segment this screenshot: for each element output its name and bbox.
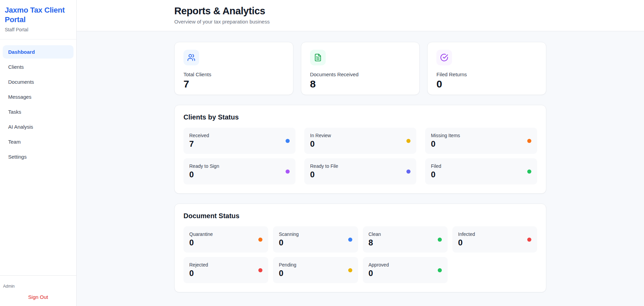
sidebar-item-team[interactable]: Team [3,135,74,148]
status-tile-info: Rejected 0 [189,262,208,278]
sidebar-nav: DashboardClientsDocumentsMessagesTasksAI… [0,39,76,275]
page-title: Reports & Analytics [174,5,546,17]
status-value: 0 [431,139,460,149]
status-tile: Ready to File 0 [304,158,416,184]
status-dot [406,170,410,174]
page-subtitle: Overview of your tax preparation busines… [174,19,546,25]
status-value: 0 [369,269,389,278]
status-dot [286,170,290,174]
status-tile: In Review 0 [304,128,416,154]
sidebar: Jaxmo Tax Client Portal Staff Portal Das… [0,0,77,306]
status-dot [348,238,352,242]
brand-subtitle: Staff Portal [5,27,71,32]
status-tile-info: Approved 0 [369,262,389,278]
sidebar-item-messages[interactable]: Messages [3,90,74,103]
status-label: Filed [431,163,441,169]
stat-card-documents-received: Documents Received 8 [301,42,420,95]
status-label: Scanning [279,231,299,237]
status-dot [438,268,442,272]
status-tile: Approved 0 [363,257,448,283]
status-tile-info: Ready to File 0 [310,163,338,179]
status-value: 0 [310,139,331,149]
stat-card-total-clients: Total Clients 7 [174,42,293,95]
section-title: Document Status [183,212,537,220]
main-area: Reports & Analytics Overview of your tax… [77,0,644,306]
status-dot [438,238,442,242]
stat-card-filed-returns: Filed Returns 0 [427,42,546,95]
status-label: Quarantine [189,231,213,237]
sidebar-footer: Admin Sign Out [0,275,76,306]
status-value: 0 [189,269,208,278]
status-dot [527,170,531,174]
status-tile: Ready to Sign 0 [183,158,295,184]
status-tile: Received 7 [183,128,295,154]
status-label: Missing Items [431,133,460,138]
sidebar-item-clients[interactable]: Clients [3,60,74,74]
status-label: Clean [369,231,381,237]
status-tile: Quarantine 0 [183,226,268,253]
status-dot [286,139,290,143]
status-tile-info: Filed 0 [431,163,441,179]
stat-value: 0 [436,78,537,90]
users-icon [183,50,199,65]
sidebar-item-dashboard[interactable]: Dashboard [3,45,74,59]
status-tile-info: Missing Items 0 [431,133,460,149]
clients-by-status-card: Clients by Status Received 7 In Review 0… [174,105,546,194]
sidebar-item-tasks[interactable]: Tasks [3,105,74,118]
document-status-grid: Quarantine 0 Scanning 0 Clean 8 Infected… [183,226,537,283]
status-value: 0 [279,238,299,247]
status-tile-info: Quarantine 0 [189,231,213,247]
status-dot [406,139,410,143]
status-label: Approved [369,262,389,268]
status-tile: Scanning 0 [273,226,358,253]
status-tile-info: Received 7 [189,133,209,149]
status-tile-info: Pending 0 [279,262,296,278]
status-dot [527,139,531,143]
status-value: 0 [279,269,296,278]
status-value: 0 [189,238,213,247]
status-tile: Rejected 0 [183,257,268,283]
stat-label: Filed Returns [436,71,537,77]
status-tile: Infected 0 [452,226,537,253]
clients-status-grid: Received 7 In Review 0 Missing Items 0 R… [183,128,537,184]
status-value: 7 [189,139,209,149]
sidebar-item-settings[interactable]: Settings [3,150,74,163]
status-tile-info: Scanning 0 [279,231,299,247]
check-circle-icon [436,50,452,65]
stat-value: 8 [310,78,411,90]
sidebar-item-ai-analysis[interactable]: AI Analysis [3,120,74,133]
status-dot [348,268,352,272]
sidebar-item-documents[interactable]: Documents [3,75,74,88]
status-tile-info: Ready to Sign 0 [189,163,219,179]
file-text-icon [310,50,326,65]
status-label: In Review [310,133,331,138]
status-label: Infected [458,231,475,237]
status-tile: Missing Items 0 [425,128,537,154]
status-label: Rejected [189,262,208,268]
status-dot [527,238,531,242]
status-dot [258,268,262,272]
status-value: 0 [189,170,219,179]
footer-user-label: Admin [3,284,74,289]
status-value: 0 [310,170,338,179]
sidebar-header: Jaxmo Tax Client Portal Staff Portal [0,0,76,39]
document-status-card: Document Status Quarantine 0 Scanning 0 … [174,204,546,292]
status-value: 8 [369,238,381,247]
status-tile-info: Clean 8 [369,231,381,247]
content-area: Total Clients 7 Documents Received [77,31,644,303]
status-tile-info: In Review 0 [310,133,331,149]
status-label: Ready to File [310,163,338,169]
status-label: Ready to Sign [189,163,219,169]
status-tile-info: Infected 0 [458,231,475,247]
stat-label: Documents Received [310,71,411,77]
brand-title: Jaxmo Tax Client Portal [5,5,71,25]
status-label: Received [189,133,209,138]
stat-value: 7 [183,78,284,90]
section-title: Clients by Status [183,113,537,121]
status-label: Pending [279,262,296,268]
status-dot [258,238,262,242]
status-value: 0 [458,238,475,247]
sign-out-button[interactable]: Sign Out [3,294,74,300]
stat-label: Total Clients [183,71,284,77]
status-tile: Pending 0 [273,257,358,283]
